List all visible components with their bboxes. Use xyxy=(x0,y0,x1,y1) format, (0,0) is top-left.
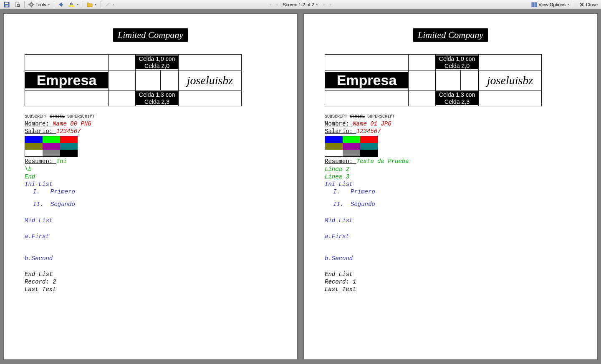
author-name: joseluisbz xyxy=(179,74,241,87)
strike-label: STRIKE xyxy=(350,114,365,119)
color-swatch xyxy=(60,136,78,143)
last-text-label: Last Text xyxy=(325,286,576,293)
cell-1-3: Celda 1,3 con Celda 2,3 xyxy=(136,91,178,105)
resumen-first: Ini xyxy=(56,158,67,165)
highlight-button[interactable]: ab▼ xyxy=(67,0,81,9)
resumen-lines: Linea 2Linea 3 xyxy=(325,166,576,181)
subscript-label: SUBSCRIPT xyxy=(325,114,347,119)
pencil-icon xyxy=(104,1,111,8)
separator xyxy=(83,1,83,8)
workspace: Limited Company Celda 1,0 con Celda 2,0 … xyxy=(0,9,601,364)
list-item-second: b.Second xyxy=(25,255,276,262)
save-button[interactable] xyxy=(2,0,12,9)
color-swatch xyxy=(360,136,378,143)
cell-1-3: Celda 1,3 con Celda 2,3 xyxy=(436,91,478,105)
svg-text:ab: ab xyxy=(70,2,73,5)
color-swatch xyxy=(43,143,60,150)
nav-button-1[interactable] xyxy=(56,0,66,9)
svg-rect-12 xyxy=(62,4,63,5)
folder-button[interactable]: ▼ xyxy=(85,0,99,9)
color-swatch xyxy=(360,150,378,156)
next-page-button[interactable]: ▸ xyxy=(323,2,326,7)
ini-list-label: Ini List xyxy=(325,181,576,188)
salario-label: Salario: xyxy=(325,128,356,135)
svg-rect-2 xyxy=(5,5,8,7)
close-icon xyxy=(578,1,585,8)
color-swatch xyxy=(25,143,43,150)
list-item-second: b.Second xyxy=(325,255,576,262)
first-page-button[interactable]: ◂ xyxy=(268,2,272,7)
page-1: Limited Company Celda 1,0 con Celda 2,0 … xyxy=(3,13,298,360)
end-list-label: End List xyxy=(325,271,576,278)
empresa-logo: Empresa xyxy=(25,72,108,88)
script-styles-row: SUBSCRIPT STRIKE SUPERSCRIPT xyxy=(325,114,576,119)
separator xyxy=(101,1,101,8)
nombre-value: Name 01 JPG xyxy=(353,120,391,127)
list-item-first: a.First xyxy=(25,233,276,240)
list-item-primero: I. Primero xyxy=(33,188,276,196)
color-swatch xyxy=(325,136,343,143)
color-swatch xyxy=(60,143,78,150)
banner-title: Limited Company xyxy=(413,28,488,42)
color-swatch xyxy=(343,150,360,156)
chevron-down-icon: ▼ xyxy=(76,3,79,6)
svg-rect-16 xyxy=(535,3,537,7)
toolbar: Tools▼ ab▼ ▼ ▼ ◂ ◂ Screen 1-2 of 2▼ ▸ ▸ … xyxy=(0,0,601,9)
resumen-line: End xyxy=(25,173,276,181)
list-item-segundo: II. Segundo xyxy=(33,201,276,208)
chevron-down-icon: ▼ xyxy=(567,3,570,6)
view-options-menu[interactable]: View Options▼ xyxy=(529,0,571,9)
salario-value: 1234567 xyxy=(56,128,81,135)
prev-page-button[interactable]: ◂ xyxy=(275,2,278,7)
tools-label: Tools xyxy=(35,2,46,7)
last-page-button[interactable]: ▸ xyxy=(329,2,333,7)
header-table: Celda 1,0 con Celda 2,0 Empresa joseluis… xyxy=(325,54,542,106)
superscript-label: SUPERSCRIPT xyxy=(367,114,395,119)
resumen-label: Resumen: xyxy=(25,158,56,165)
page-indicator[interactable]: Screen 1-2 of 2▼ xyxy=(281,1,320,8)
separator xyxy=(574,1,574,8)
chevron-down-icon: ▼ xyxy=(112,3,115,6)
print-preview-button[interactable] xyxy=(13,0,23,9)
content-block: SUBSCRIPT STRIKE SUPERSCRIPT Nombre: Nam… xyxy=(325,114,576,294)
salario-value: 1234567 xyxy=(356,128,381,135)
cell-1-0: Celda 1,0 con Celda 2,0 xyxy=(436,55,478,69)
svg-rect-1 xyxy=(5,3,8,4)
save-icon xyxy=(3,1,10,8)
resumen-label: Resumen: xyxy=(325,158,356,165)
mid-list-label: Mid List xyxy=(25,217,276,224)
subscript-label: SUBSCRIPT xyxy=(25,114,47,119)
svg-line-5 xyxy=(19,6,20,7)
page-magnify-icon xyxy=(14,1,21,8)
list-item-primero: I. Primero xyxy=(333,188,576,196)
chevron-down-icon: ▼ xyxy=(48,3,51,6)
nombre-value: Name 00 PNG xyxy=(53,120,91,127)
tools-menu[interactable]: Tools▼ xyxy=(26,0,52,9)
last-text-label: Last Text xyxy=(25,286,276,293)
color-swatch xyxy=(25,150,43,156)
header-table: Celda 1,0 con Celda 2,0 Empresa joseluis… xyxy=(25,54,242,106)
nombre-label: Nombre: xyxy=(325,120,353,127)
screen-label: Screen 1-2 of 2 xyxy=(283,2,314,7)
salario-label: Salario: xyxy=(25,128,56,135)
close-label: Close xyxy=(586,2,598,7)
page-2: Limited Company Celda 1,0 con Celda 2,0 … xyxy=(303,13,598,360)
empresa-logo: Empresa xyxy=(325,72,408,88)
resumen-lines: \bEnd xyxy=(25,166,276,181)
record-label: Record: 2 xyxy=(25,278,276,286)
banner-title: Limited Company xyxy=(113,28,188,42)
content-block: SUBSCRIPT STRIKE SUPERSCRIPT Nombre: Nam… xyxy=(25,114,276,294)
resumen-first: Texto de Prueba xyxy=(356,158,409,165)
ini-list-label: Ini List xyxy=(25,181,276,188)
color-swatch xyxy=(325,150,343,156)
chevron-down-icon: ▼ xyxy=(94,3,97,6)
color-swatch xyxy=(43,136,60,143)
resumen-line: Linea 3 xyxy=(325,173,576,181)
script-styles-row: SUBSCRIPT STRIKE SUPERSCRIPT xyxy=(25,114,276,119)
layout-icon xyxy=(531,1,538,8)
edit-button[interactable]: ▼ xyxy=(103,0,117,9)
list-item-first: a.First xyxy=(325,233,576,240)
color-swatch xyxy=(43,150,60,156)
close-button[interactable]: Close xyxy=(577,0,599,9)
cell-1-0: Celda 1,0 con Celda 2,0 xyxy=(136,55,178,69)
